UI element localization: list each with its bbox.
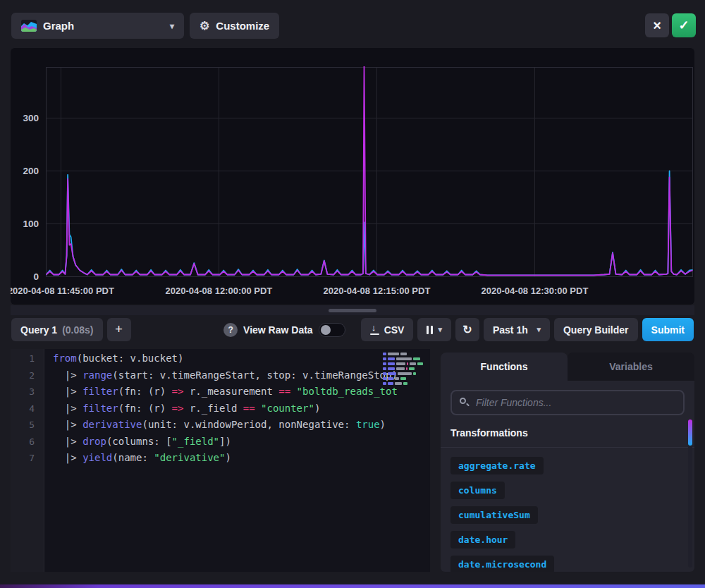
- line-number: 5: [11, 417, 44, 434]
- pause-icon: [427, 326, 433, 334]
- flux-code-editor[interactable]: 1234567 from(bucket: v.bucket) |> range(…: [11, 349, 430, 572]
- function-list: aggregate.ratecolumnscumulativeSumdate.h…: [450, 457, 685, 572]
- y-axis-tick-label: 100: [23, 219, 39, 229]
- resize-drag-handle[interactable]: [329, 309, 376, 312]
- flux-functions-panel: FunctionsVariables Filter Functions... T…: [441, 353, 694, 572]
- line-number: 3: [11, 384, 44, 400]
- panel-tabs: FunctionsVariables: [441, 353, 694, 381]
- query-duration: (0.08s): [62, 324, 93, 336]
- chevron-down-icon: ▾: [537, 325, 541, 334]
- code-area[interactable]: from(bucket: v.bucket) |> range(start: v…: [45, 349, 398, 572]
- query-toolbar: Query 1 (0.08s) + ? View Raw Data ↓ CSV …: [11, 318, 694, 341]
- customize-button[interactable]: ⚙ Customize: [190, 13, 279, 39]
- submit-label: Submit: [651, 324, 685, 336]
- minimap-row: [383, 362, 428, 365]
- cancel-button[interactable]: ×: [645, 13, 669, 37]
- function-pill[interactable]: cumulativeSum: [450, 506, 538, 524]
- section-title: Transformations: [450, 427, 685, 439]
- influxdb-data-explorer: Graph ▾ ⚙ Customize × ✓ 01002003002020-0…: [0, 0, 705, 588]
- editor-minimap[interactable]: [383, 353, 428, 387]
- minimap-row: [383, 377, 428, 380]
- section-divider: [441, 447, 694, 448]
- x-axis-tick-label: 2020-04-08 12:15:00 PDT: [324, 286, 431, 296]
- x-axis-tick-label: 2020-04-08 12:00:00 PDT: [166, 286, 273, 296]
- code-line[interactable]: |> derivative(unit: v.windowPeriod, nonN…: [53, 417, 398, 434]
- x-axis-tick-label: 2020-04-08 12:30:00 PDT: [482, 286, 589, 296]
- visualization-type-label: Graph: [43, 20, 74, 32]
- time-range-label: Past 1h: [493, 324, 528, 336]
- y-axis-tick-label: 300: [23, 113, 39, 123]
- chevron-down-icon: ▾: [170, 21, 174, 31]
- panel-resize-strip: [11, 305, 694, 315]
- series-derivative (counter, cyan): [47, 171, 693, 276]
- tab-functions[interactable]: Functions: [441, 353, 568, 381]
- footer-gradient-bar: [0, 584, 705, 588]
- gear-icon: ⚙: [200, 19, 209, 32]
- line-number: 4: [11, 400, 44, 417]
- line-number-gutter: 1234567: [11, 349, 44, 572]
- save-confirm-button[interactable]: ✓: [672, 13, 696, 37]
- filter-functions-input[interactable]: Filter Functions...: [450, 390, 685, 415]
- plot-border: [47, 68, 693, 277]
- graph-thumbnail-icon: [21, 20, 37, 32]
- query-builder-button[interactable]: Query Builder: [554, 318, 638, 341]
- add-query-button[interactable]: +: [107, 318, 131, 341]
- code-line[interactable]: |> yield(name: "derivative"): [53, 450, 398, 467]
- y-axis-tick-label: 0: [33, 271, 39, 282]
- minimap-row: [383, 357, 428, 360]
- series-derivative (counter, magenta): [47, 66, 693, 276]
- filter-placeholder: Filter Functions...: [476, 397, 551, 408]
- close-icon: ×: [653, 18, 661, 34]
- search-icon: [460, 398, 470, 408]
- functions-panel-body: Filter Functions... Transformations aggr…: [441, 381, 694, 572]
- function-pill[interactable]: columns: [450, 482, 505, 499]
- function-pill[interactable]: date.microsecond: [450, 556, 554, 572]
- check-icon: ✓: [678, 18, 689, 33]
- csv-label: CSV: [384, 324, 405, 336]
- download-csv-button[interactable]: ↓ CSV: [361, 318, 414, 341]
- toggle-knob: [321, 325, 331, 335]
- code-line[interactable]: from(bucket: v.bucket): [53, 350, 398, 367]
- chevron-down-icon: ▾: [438, 325, 442, 334]
- query-builder-label: Query Builder: [563, 324, 629, 336]
- line-chart[interactable]: 01002003002020-04-08 11:45:00 PDT2020-04…: [11, 48, 694, 305]
- tab-variables[interactable]: Variables: [568, 353, 694, 381]
- download-icon: ↓: [370, 325, 379, 335]
- scrollbar-thumb[interactable]: [688, 419, 692, 446]
- code-line[interactable]: |> range(start: v.timeRangeStart, stop: …: [53, 367, 398, 384]
- minimap-row: [383, 382, 428, 385]
- view-raw-data-group: ? View Raw Data: [223, 323, 345, 337]
- code-line[interactable]: |> filter(fn: (r) => r._field == "counte…: [53, 400, 398, 417]
- y-axis-tick-label: 200: [23, 166, 39, 176]
- line-number: 1: [11, 350, 44, 367]
- query-tab[interactable]: Query 1 (0.08s): [11, 318, 103, 341]
- minimap-row: [383, 372, 428, 375]
- function-pill[interactable]: date.hour: [450, 531, 515, 549]
- line-number: 2: [11, 367, 44, 384]
- pause-dropdown-button[interactable]: ▾: [417, 318, 451, 341]
- time-range-dropdown[interactable]: Past 1h ▾: [484, 318, 550, 341]
- x-axis-tick-label: 2020-04-08 11:45:00 PDT: [11, 286, 114, 296]
- refresh-button[interactable]: ↻: [455, 318, 479, 341]
- minimap-row: [383, 353, 428, 355]
- plus-icon: +: [115, 322, 123, 337]
- customize-label: Customize: [216, 20, 269, 32]
- refresh-icon: ↻: [462, 323, 472, 336]
- code-line[interactable]: |> drop(columns: ["_field"]): [53, 434, 398, 451]
- visualization-type-dropdown[interactable]: Graph ▾: [11, 13, 184, 39]
- view-raw-data-toggle[interactable]: [319, 323, 345, 337]
- help-icon[interactable]: ?: [223, 323, 238, 337]
- minimap-row: [383, 367, 428, 370]
- time-series-chart-panel: 01002003002020-04-08 11:45:00 PDT2020-04…: [11, 48, 694, 305]
- line-number: 7: [11, 450, 44, 467]
- query-tab-name: Query 1: [20, 324, 57, 336]
- submit-button[interactable]: Submit: [642, 318, 694, 341]
- function-pill[interactable]: aggregate.rate: [450, 457, 544, 474]
- view-raw-data-label: View Raw Data: [243, 324, 313, 336]
- line-number: 6: [11, 434, 44, 451]
- code-line[interactable]: |> filter(fn: (r) => r._measurement == "…: [53, 384, 398, 400]
